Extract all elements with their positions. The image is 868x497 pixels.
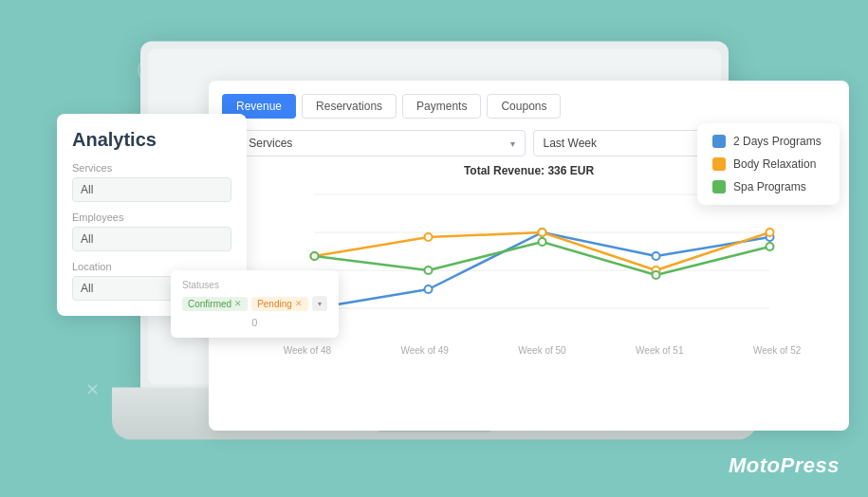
decor-x-2: ✕ bbox=[85, 379, 100, 400]
legend-label-body-relaxation: Body Relaxation bbox=[733, 157, 816, 171]
legend-item-body-relaxation: Body Relaxation bbox=[712, 157, 824, 171]
x-label-50: Week of 50 bbox=[484, 345, 601, 356]
motopress-brand: MotoPress bbox=[729, 453, 840, 478]
services-label: Services bbox=[72, 162, 231, 174]
tag-confirmed-text: Confirmed bbox=[188, 299, 231, 309]
tab-reservations[interactable]: Reservations bbox=[302, 94, 397, 119]
tag-confirmed-close[interactable]: ✕ bbox=[234, 299, 242, 308]
dot-body-2 bbox=[539, 229, 546, 236]
statuses-tags: Confirmed ✕ Pending ✕ ▾ bbox=[182, 296, 327, 311]
statuses-label: Statuses bbox=[182, 280, 327, 290]
statuses-popup: Statuses Confirmed ✕ Pending ✕ ▾ 0 bbox=[171, 270, 339, 338]
x-label-52: Week of 52 bbox=[718, 345, 836, 356]
statuses-count: 0 bbox=[182, 317, 327, 328]
tab-coupons[interactable]: Coupons bbox=[487, 94, 561, 119]
tags-dropdown[interactable]: ▾ bbox=[312, 296, 327, 311]
dot-spa-1 bbox=[425, 267, 433, 274]
employees-filter[interactable]: All bbox=[72, 227, 231, 251]
tag-pending-text: Pending bbox=[257, 299, 292, 309]
tag-pending-close[interactable]: ✕ bbox=[295, 299, 303, 308]
dot-spa-4 bbox=[766, 243, 774, 250]
service-dropdown[interactable]: By Services ▾ bbox=[222, 130, 526, 156]
legend-panel: 2 Days Programs Body Relaxation Spa Prog… bbox=[697, 123, 840, 205]
legend-item-2days: 2 Days Programs bbox=[712, 135, 824, 148]
dot-2days-1 bbox=[425, 285, 433, 293]
x-label-48: Week of 48 bbox=[249, 345, 366, 356]
dot-spa-2 bbox=[539, 238, 546, 246]
dot-spa-0 bbox=[311, 252, 319, 260]
dot-body-4 bbox=[766, 229, 774, 236]
tag-confirmed[interactable]: Confirmed ✕ bbox=[182, 297, 248, 311]
legend-color-body-relaxation bbox=[712, 157, 726, 171]
x-label-49: Week of 49 bbox=[366, 345, 484, 356]
legend-color-2days bbox=[712, 135, 726, 148]
legend-label-spa: Spa Programs bbox=[733, 180, 806, 193]
x-label-51: Week of 51 bbox=[600, 345, 718, 356]
legend-color-spa bbox=[712, 180, 726, 193]
legend-item-spa: Spa Programs bbox=[712, 180, 824, 193]
dot-2days-3 bbox=[653, 252, 660, 260]
services-filter[interactable]: All bbox=[72, 177, 231, 202]
service-dropdown-arrow: ▾ bbox=[510, 138, 515, 149]
legend-label-2days: 2 Days Programs bbox=[733, 135, 822, 148]
analytics-title: Analytics bbox=[72, 129, 231, 151]
tag-pending[interactable]: Pending ✕ bbox=[251, 297, 308, 311]
tab-payments[interactable]: Payments bbox=[402, 94, 481, 119]
chart-x-labels: Week of 48 Week of 49 Week of 50 Week of… bbox=[249, 345, 836, 356]
period-dropdown-value: Last Week bbox=[544, 137, 597, 150]
tabs-row: Revenue Reservations Payments Coupons bbox=[222, 94, 836, 119]
dot-body-1 bbox=[425, 233, 433, 241]
dot-spa-3 bbox=[653, 271, 660, 279]
employees-label: Employees bbox=[72, 212, 231, 223]
